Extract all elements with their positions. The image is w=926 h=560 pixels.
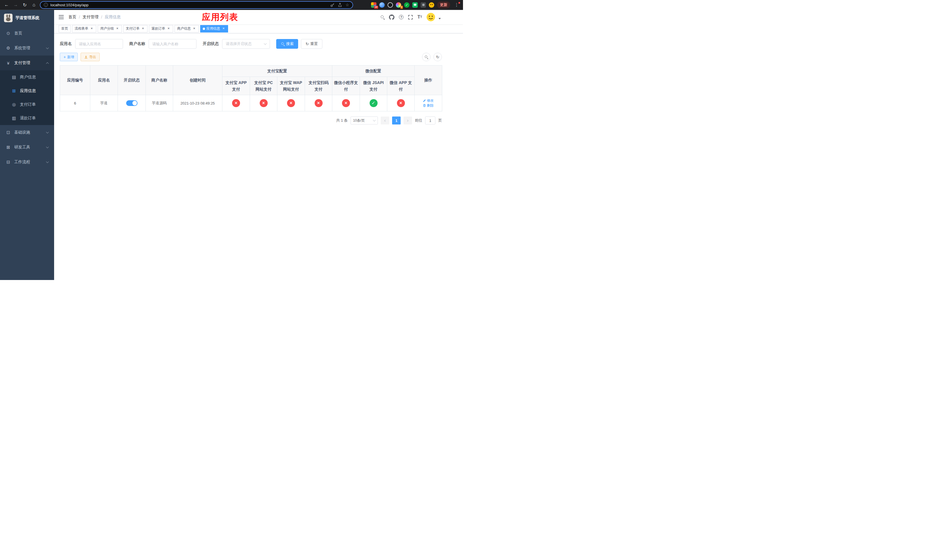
extension-icon-puzzle[interactable] [421,2,426,8]
close-icon[interactable]: × [192,27,196,31]
page-info-icon[interactable]: i [44,3,48,7]
sidebar-subitem-app-info[interactable]: ⊞ 应用信息 [0,84,54,98]
back-icon[interactable]: ← [3,1,10,9]
status-select[interactable]: 请选择开启状态 [222,39,270,49]
reload-icon[interactable]: ↻ [21,1,29,9]
close-icon[interactable]: × [90,27,94,31]
extension-icon-blue[interactable] [379,2,385,8]
tags-view: 首页 流程表单× 用户分组× 支付订单× 退款订单× 商户信息× 应用信息× [54,24,463,33]
tab-app-info[interactable]: 应用信息× [200,25,228,32]
delete-link[interactable]: 删除 [423,103,434,108]
next-page-button[interactable]: › [404,117,412,124]
tab-pay-order[interactable]: 支付订单× [123,25,147,32]
sidebar-subitem-pay-order[interactable]: ◎ 支付订单 [0,98,54,111]
toolbar: +新增 导出 ↻ [60,53,442,61]
sidebar-subitem-merchant-info[interactable]: ▤ 商户信息 [0,70,54,84]
tab-refund-order[interactable]: 退款订单× [149,25,173,32]
help-icon[interactable]: ? [399,15,404,20]
status-label: 开启状态 [203,41,219,47]
close-icon[interactable]: × [115,27,119,31]
page-size-select[interactable]: 10条/页 [351,117,378,124]
gear-icon: ⚙ [6,45,11,51]
close-icon[interactable]: × [221,27,225,31]
tab-home[interactable]: 首页 [59,25,71,32]
sidebar-item-label: 研发工具 [14,145,30,150]
toolbox-icon: ⊠ [6,145,11,150]
active-dot [203,28,205,30]
edit-link[interactable]: 修改 [423,98,434,103]
user-avatar[interactable] [427,13,435,21]
app-table: 应用编号 应用名 开启状态 商户名称 创建时间 支付宝配置 微信配置 操作 支付… [60,65,442,111]
sidebar-item-home[interactable]: ⊙ 首页 [0,26,54,41]
key-icon[interactable] [330,3,334,7]
chevron-down-icon[interactable] [439,18,441,20]
extension-icon-green-circle[interactable]: ✓ [404,2,410,8]
payment-submenu: ▤ 商户信息 ⊞ 应用信息 ◎ 支付订单 ▥ 退款订单 [0,70,54,125]
github-icon[interactable] [389,15,394,20]
browser-update-button[interactable]: 更新 [437,2,450,8]
extension-icon-rainbow[interactable]: 1 [396,2,401,8]
tab-process-form[interactable]: 流程表单× [72,25,96,32]
add-button[interactable]: +新增 [60,53,78,61]
sidebar-subitem-refund-order[interactable]: ▥ 退款订单 [0,111,54,125]
app-logo[interactable]: 芋道管理系统 [0,10,54,26]
search-button[interactable]: 搜索 [276,39,298,49]
search-icon[interactable] [380,15,384,19]
cell-actions: 修改 删除 [415,95,442,111]
toggle-search-icon[interactable] [422,53,431,61]
select-placeholder: 请选择开启状态 [226,41,252,47]
reset-button[interactable]: ↻重置 [301,39,322,49]
merchant-name-input[interactable] [149,39,197,49]
share-icon[interactable] [338,3,342,7]
close-icon[interactable]: × [166,27,171,31]
prev-page-button[interactable]: ‹ [381,117,389,124]
extension-icon-dark[interactable] [387,2,393,8]
page-size-value: 10条/页 [353,118,365,123]
sidebar-item-label: 首页 [14,31,22,36]
status-toggle[interactable] [126,100,138,106]
tab-label: 用户分组 [100,26,114,31]
app-name-label: 应用名 [60,41,72,47]
extension-icon-emoji[interactable] [429,2,434,8]
monitor-icon: ⊡ [6,130,11,135]
close-icon[interactable]: × [141,27,145,31]
fullscreen-icon[interactable] [408,15,413,20]
extension-icon-green-square[interactable] [412,2,418,8]
sidebar-collapse-icon[interactable] [59,15,64,20]
sidebar-item-payment-mgmt[interactable]: ¥ 支付管理 [0,56,54,70]
browser-menu-icon[interactable]: ⋮ [453,2,460,8]
export-button[interactable]: 导出 [80,53,100,61]
breadcrumb-home[interactable]: 首页 [68,15,76,20]
sidebar-item-infrastructure[interactable]: ⊡ 基础设施 [0,125,54,140]
omnibox-actions: ☆ [330,3,349,7]
extension-icon-grid[interactable]: 10 [371,2,377,8]
merchant-name-label: 商户名称 [129,41,145,47]
page-title: 应用列表 [202,11,238,23]
sidebar-item-system-mgmt[interactable]: ⚙ 系统管理 [0,41,54,56]
cell-status [118,95,146,111]
sidebar-item-dev-tools[interactable]: ⊠ 研发工具 [0,140,54,155]
bookmark-star-icon[interactable]: ☆ [345,3,349,7]
tab-merchant-info[interactable]: 商户信息× [174,25,199,32]
chevron-up-icon [46,62,49,65]
extension-badge: 10 [374,6,378,9]
sidebar-item-workflow[interactable]: ⊟ 工作流程 [0,155,54,170]
tab-user-group[interactable]: 用户分组× [98,25,122,32]
breadcrumb-payment[interactable]: 支付管理 [83,15,98,20]
url-bar[interactable]: i localhost:1024/pay/app ☆ [40,1,353,9]
browser-home-icon[interactable]: ⌂ [30,1,38,9]
app-title: 芋道管理系统 [15,15,39,21]
font-size-icon[interactable]: TT [418,15,422,20]
page-number-1[interactable]: 1 [392,117,401,124]
status-icon-wechat-jsapi: ✓ [369,99,378,107]
goto-label: 前往 [415,118,422,123]
group-header-wechat: 微信配置 [332,65,415,77]
cell-merchant: 芋道源码 [146,95,173,111]
cell-created: 2021-10-23 08:49:25 [173,95,222,111]
pencil-icon [423,99,426,102]
goto-page-input[interactable] [425,117,436,124]
app-name-input[interactable] [75,39,123,49]
chevron-down-icon [46,145,49,148]
forward-icon[interactable]: → [12,1,20,9]
refresh-icon[interactable]: ↻ [433,53,442,61]
